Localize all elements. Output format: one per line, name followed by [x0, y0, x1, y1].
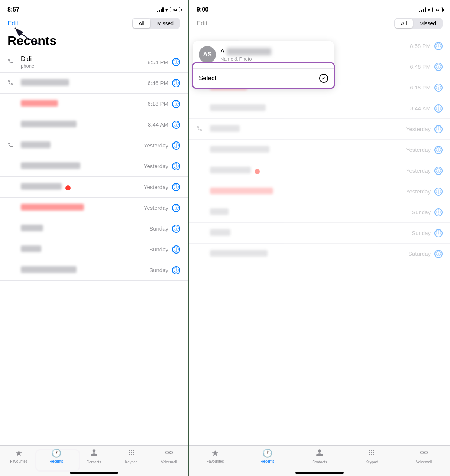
call-time-8: Yesterday — [144, 205, 168, 211]
right-call-time-5: Yesterday — [406, 126, 431, 132]
right-battery-icon: 51 — [432, 7, 443, 12]
right-status-icons: ▾ 51 — [419, 7, 443, 13]
info-button-10[interactable]: ⓘ — [172, 245, 180, 254]
right-call-item-9[interactable]: Sunday ⓘ — [189, 202, 450, 223]
keypad-icon — [127, 449, 136, 459]
info-button-11[interactable]: ⓘ — [172, 266, 180, 274]
right-info-button-1[interactable]: ⓘ — [434, 42, 443, 50]
profile-subtitle: Name & Photo — [220, 56, 271, 62]
right-missed-tab[interactable]: Missed — [414, 19, 442, 28]
right-info-button-11[interactable]: ⓘ — [434, 250, 443, 258]
right-info-button-3[interactable]: ⓘ — [434, 84, 443, 92]
segment-control: All Missed — [132, 18, 180, 29]
svg-point-4 — [129, 452, 130, 453]
call-item-2[interactable]: 6:46 PM ⓘ — [0, 73, 188, 94]
tab-favourites[interactable]: ★ Favourites — [0, 449, 38, 463]
call-info-5 — [21, 141, 144, 150]
right-call-item-5[interactable]: Yesterday ⓘ — [189, 119, 450, 140]
profile-info: A Name & Photo — [220, 48, 271, 62]
right-tab-voicemail[interactable]: Voicemail — [398, 449, 450, 464]
info-button-3[interactable]: ⓘ — [172, 100, 180, 108]
call-item-10[interactable]: Sunday ⓘ — [0, 239, 188, 260]
call-item-5[interactable]: Yesterday ⓘ — [0, 135, 188, 156]
svg-point-21 — [373, 454, 375, 455]
right-call-time-9: Sunday — [412, 209, 431, 215]
right-info-button-2[interactable]: ⓘ — [434, 63, 443, 71]
edit-button[interactable]: Edit — [7, 20, 18, 27]
dropdown-select-item[interactable]: Select ✓ — [193, 69, 334, 88]
contacts-label: Contacts — [87, 460, 101, 464]
svg-point-15 — [373, 450, 375, 451]
right-segment-control: All Missed — [394, 18, 443, 29]
call-item-7[interactable]: Yesterday ⓘ — [0, 177, 188, 198]
right-contacts-icon — [315, 449, 324, 459]
left-tab-bar: ★ Favourites 🕐 Recents Contacts Keypad V… — [0, 445, 188, 476]
right-info-button-10[interactable]: ⓘ — [434, 229, 443, 237]
right-call-item-6[interactable]: Yesterday ⓘ — [189, 140, 450, 160]
favourites-label: Favourites — [10, 459, 27, 463]
call-item-11[interactable]: Sunday ⓘ — [0, 260, 188, 281]
tab-contacts[interactable]: Contacts — [75, 449, 113, 464]
right-info-button-8[interactable]: ⓘ — [434, 188, 443, 196]
svg-point-18 — [373, 452, 375, 453]
battery-icon: 52 — [170, 7, 180, 12]
right-recents-icon: 🕐 — [262, 449, 272, 458]
right-info-button-4[interactable]: ⓘ — [434, 104, 443, 113]
right-all-tab[interactable]: All — [395, 19, 413, 28]
call-item-9[interactable]: Sunday ⓘ — [0, 218, 188, 239]
all-tab[interactable]: All — [133, 19, 150, 28]
call-time-4: 8:44 AM — [148, 121, 168, 128]
call-time-2: 6:46 PM — [148, 80, 168, 86]
call-item-4[interactable]: 8:44 AM ⓘ — [0, 114, 188, 135]
right-info-button-9[interactable]: ⓘ — [434, 208, 443, 216]
tab-keypad[interactable]: Keypad — [113, 449, 150, 464]
missed-tab[interactable]: Missed — [151, 19, 179, 28]
call-item-6[interactable]: Yesterday ⓘ — [0, 156, 188, 177]
call-item-8[interactable]: Yesterday ⓘ — [0, 198, 188, 218]
right-info-button-5[interactable]: ⓘ — [434, 125, 443, 133]
left-nav-bar: Edit All Missed — [0, 16, 188, 32]
phone-icon — [7, 58, 16, 66]
right-call-item-4[interactable]: 8:44 AM ⓘ — [189, 98, 450, 119]
signal-icon — [157, 7, 164, 12]
right-info-button-7[interactable]: ⓘ — [434, 167, 443, 175]
wifi-icon: ▾ — [165, 7, 168, 13]
svg-point-5 — [131, 452, 132, 453]
call-item-didi[interactable]: Didi phone 8:54 PM ⓘ — [0, 52, 188, 73]
right-nav-bar: Edit All Missed — [189, 16, 450, 32]
left-status-icons: ▾ 52 — [157, 7, 180, 13]
keypad-label: Keypad — [125, 460, 138, 464]
right-call-item-8[interactable]: Yesterday ⓘ — [189, 181, 450, 202]
right-call-item-7[interactable]: Yesterday ⓘ — [189, 160, 450, 181]
right-tab-recents[interactable]: 🕐 Recents — [241, 449, 293, 463]
recents-label: Recents — [49, 459, 63, 463]
right-call-item-11[interactable]: Saturday ⓘ — [189, 244, 450, 264]
right-tab-contacts[interactable]: Contacts — [294, 449, 346, 464]
call-item-3[interactable]: 6:18 PM ⓘ — [0, 94, 188, 114]
info-button[interactable]: ⓘ — [172, 58, 180, 66]
home-indicator — [70, 472, 118, 474]
right-tab-favourites[interactable]: ★ Favourites — [189, 449, 241, 463]
info-button-4[interactable]: ⓘ — [172, 121, 180, 129]
info-button-7[interactable]: ⓘ — [172, 183, 180, 191]
call-info: Didi phone — [21, 55, 148, 69]
info-button-6[interactable]: ⓘ — [172, 162, 180, 170]
right-call-time-10: Sunday — [412, 230, 431, 236]
call-info-11 — [21, 266, 149, 274]
info-button-5[interactable]: ⓘ — [172, 141, 180, 150]
right-tab-keypad[interactable]: Keypad — [346, 449, 398, 464]
right-call-item-10[interactable]: Sunday ⓘ — [189, 223, 450, 244]
tab-voicemail[interactable]: Voicemail — [150, 449, 188, 464]
right-call-time-1: 8:58 PM — [410, 43, 431, 49]
call-info-10 — [21, 245, 149, 254]
info-button-9[interactable]: ⓘ — [172, 225, 180, 233]
svg-point-14 — [371, 450, 372, 451]
select-label: Select — [199, 75, 216, 82]
right-keypad-label: Keypad — [365, 460, 378, 464]
info-button-8[interactable]: ⓘ — [172, 204, 180, 212]
info-button-2[interactable]: ⓘ — [172, 79, 180, 87]
right-voicemail-label: Voicemail — [416, 460, 432, 464]
right-edit-button[interactable]: Edit — [197, 20, 207, 27]
right-info-button-6[interactable]: ⓘ — [434, 146, 443, 154]
tab-recents[interactable]: 🕐 Recents — [38, 449, 75, 463]
